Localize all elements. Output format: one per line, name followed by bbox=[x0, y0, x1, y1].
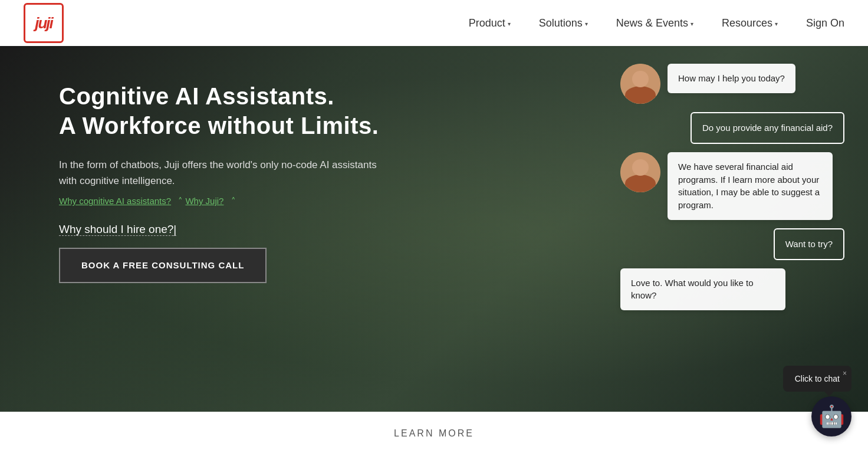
hero-question: Why should I hire one?| bbox=[59, 223, 389, 236]
chat-demo-area: How may I help you today? Do you provide… bbox=[620, 64, 844, 319]
header: juji Product ▾ Solutions ▾ News & Events… bbox=[0, 0, 868, 46]
solutions-caret-icon: ▾ bbox=[585, 21, 588, 27]
avatar-body-3 bbox=[625, 175, 656, 192]
logo[interactable]: juji bbox=[24, 3, 64, 43]
logo-text: juji bbox=[35, 14, 52, 32]
learn-more-bar[interactable]: LEARN MORE bbox=[0, 412, 868, 453]
hero-title: Cognitive AI Assistants. A Workforce wit… bbox=[59, 81, 389, 140]
chat-popup-bubble[interactable]: Click to chat × bbox=[783, 366, 851, 392]
main-nav: Product ▾ Solutions ▾ News & Events ▾ Re… bbox=[469, 17, 844, 29]
why-juji-link[interactable]: Why Juji? bbox=[185, 196, 223, 206]
chat-bubble-2: Do you provide any financial aid? bbox=[691, 112, 844, 144]
hero-body-text: In the form of chatbots, Juji offers the… bbox=[59, 157, 389, 189]
hero-content: Cognitive AI Assistants. A Workforce wit… bbox=[0, 46, 389, 283]
avatar-figure-3 bbox=[620, 152, 660, 192]
why-cognitive-link[interactable]: Why cognitive AI assistants? bbox=[59, 196, 171, 206]
resources-caret-icon: ▾ bbox=[775, 21, 778, 27]
hero-section: Cognitive AI Assistants. A Workforce wit… bbox=[0, 46, 868, 412]
nav-item-product[interactable]: Product ▾ bbox=[469, 17, 511, 29]
hero-links: Why cognitive AI assistants? ˄ Why Juji?… bbox=[59, 196, 389, 206]
avatar-head-3 bbox=[632, 159, 649, 176]
chat-bubble-3: We have several financial aid programs. … bbox=[668, 152, 833, 220]
bot-avatar-1 bbox=[620, 64, 660, 104]
avatar-head-1 bbox=[632, 71, 649, 87]
chat-row-3: We have several financial aid programs. … bbox=[620, 152, 844, 220]
news-caret-icon: ▾ bbox=[691, 21, 693, 27]
avatar-body-1 bbox=[625, 86, 656, 104]
chat-bubble-5: Love to. What would you like to know? bbox=[620, 268, 785, 311]
product-caret-icon: ▾ bbox=[508, 21, 511, 27]
chat-row-1: How may I help you today? bbox=[620, 64, 844, 104]
chat-row-4: Want to try? bbox=[620, 228, 844, 260]
chat-popup-text: Click to chat bbox=[795, 374, 840, 383]
learn-more-label: LEARN MORE bbox=[394, 428, 474, 438]
chat-row-5: Love to. What would you like to know? bbox=[620, 268, 844, 311]
avatar-figure-1 bbox=[620, 64, 660, 104]
chat-row-2: Do you provide any financial aid? bbox=[620, 112, 844, 144]
nav-item-solutions[interactable]: Solutions ▾ bbox=[539, 17, 588, 29]
chat-close-icon[interactable]: × bbox=[843, 369, 847, 378]
bot-avatar-3 bbox=[620, 152, 660, 192]
sign-on-button[interactable]: Sign On bbox=[806, 17, 844, 29]
book-consulting-button[interactable]: BOOK A FREE CONSULTING CALL bbox=[59, 248, 267, 283]
nav-item-resources[interactable]: Resources ▾ bbox=[722, 17, 778, 29]
chat-bot-button[interactable]: 🤖 bbox=[811, 396, 851, 436]
robot-icon: 🤖 bbox=[818, 404, 845, 429]
chat-widget: Click to chat × 🤖 bbox=[783, 366, 851, 436]
nav-item-news-events[interactable]: News & Events ▾ bbox=[616, 17, 693, 29]
chat-bubble-1: How may I help you today? bbox=[668, 64, 795, 93]
chat-bubble-4: Want to try? bbox=[774, 228, 844, 260]
logo-box: juji bbox=[24, 3, 64, 43]
